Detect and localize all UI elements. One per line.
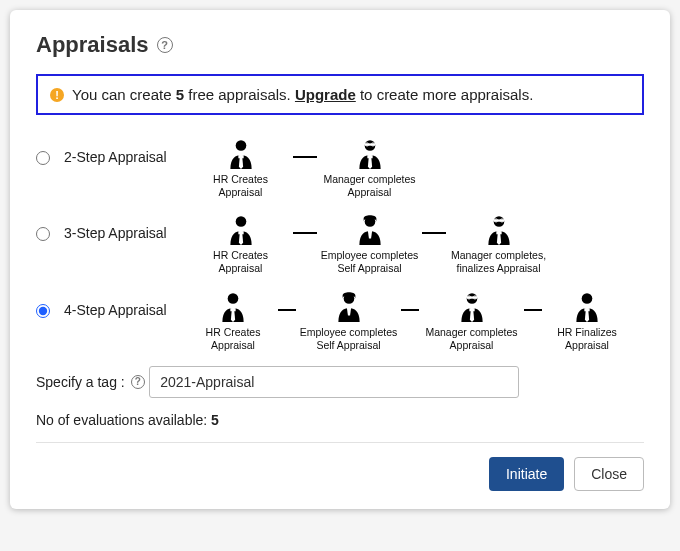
connector (278, 309, 296, 311)
step-node: HR Finalizes Appraisal (542, 290, 632, 352)
step-node: Employee completes Self Appraisal (296, 290, 401, 352)
radio-3step[interactable] (36, 227, 50, 241)
modal-header: Appraisals ? (36, 32, 644, 58)
divider (36, 442, 644, 443)
connector (422, 232, 446, 234)
tag-label: Specify a tag : ? (36, 374, 145, 390)
employee-icon (353, 213, 387, 247)
initiate-button[interactable]: Initiate (489, 457, 564, 491)
step-node: HR Creates Appraisal (188, 213, 293, 275)
step-node: HR Creates Appraisal (188, 137, 293, 199)
alert-icon: ! (50, 88, 64, 102)
connector (293, 156, 317, 158)
manager-icon (353, 137, 387, 171)
appraisals-modal: Appraisals ? ! You can create 5 free app… (10, 10, 670, 509)
connector (524, 309, 542, 311)
employee-icon (332, 290, 366, 324)
tag-section: Specify a tag : ? (36, 366, 644, 398)
step-node: Manager completes, finalizes Appraisal (446, 213, 551, 275)
help-icon[interactable]: ? (157, 37, 173, 53)
step-node: Employee completes Self Appraisal (317, 213, 422, 275)
connector (401, 309, 419, 311)
page-title: Appraisals (36, 32, 149, 58)
hr-icon (570, 290, 604, 324)
hr-icon (224, 213, 258, 247)
banner-text: You can create 5 free appraisals. Upgrad… (72, 86, 533, 103)
evaluations-available: No of evaluations available: 5 (36, 412, 644, 428)
label-2step[interactable]: 2-Step Appraisal (64, 137, 174, 165)
label-4step[interactable]: 4-Step Appraisal (64, 290, 174, 318)
flow-2step: HR Creates Appraisal Manager completes A… (188, 137, 644, 199)
flow-3step: HR Creates Appraisal Employee completes … (188, 213, 644, 275)
manager-icon (482, 213, 516, 247)
upgrade-banner: ! You can create 5 free appraisals. Upgr… (36, 74, 644, 115)
hr-icon (216, 290, 250, 324)
tag-input[interactable] (149, 366, 519, 398)
footer: Initiate Close (36, 457, 644, 491)
help-icon[interactable]: ? (131, 375, 145, 389)
label-3step[interactable]: 3-Step Appraisal (64, 213, 174, 241)
connector (293, 232, 317, 234)
option-4step-row: 4-Step Appraisal HR Creates Appraisal Em… (36, 290, 644, 352)
flow-4step: HR Creates Appraisal Employee completes … (188, 290, 644, 352)
hr-icon (224, 137, 258, 171)
step-node: HR Creates Appraisal (188, 290, 278, 352)
radio-4step[interactable] (36, 304, 50, 318)
step-node: Manager completes Appraisal (419, 290, 524, 352)
close-button[interactable]: Close (574, 457, 644, 491)
step-node: Manager completes Appraisal (317, 137, 422, 199)
radio-2step[interactable] (36, 151, 50, 165)
option-3step-row: 3-Step Appraisal HR Creates Appraisal Em… (36, 213, 644, 275)
upgrade-link[interactable]: Upgrade (295, 86, 356, 103)
option-2step-row: 2-Step Appraisal HR Creates Appraisal Ma… (36, 137, 644, 199)
manager-icon (455, 290, 489, 324)
